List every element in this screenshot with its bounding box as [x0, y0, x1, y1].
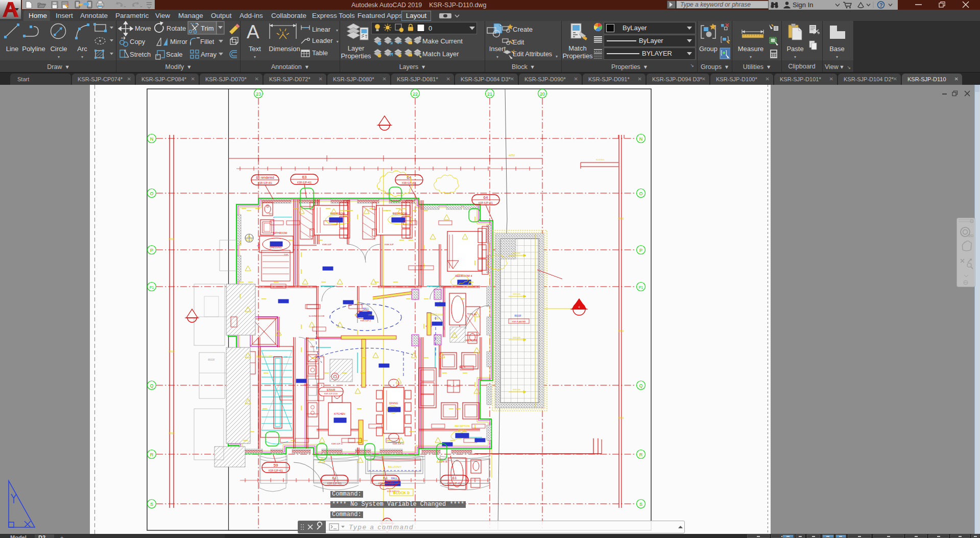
svg-text:3800: 3800 — [618, 217, 624, 220]
svg-text:Q: Q — [150, 383, 153, 388]
svg-text:DRESSING: DRESSING — [270, 246, 282, 249]
svg-text:Type a command: Type a command — [349, 523, 414, 531]
svg-text:FIREMAN LIFT: FIREMAN LIFT — [257, 356, 273, 358]
svg-text:TABLE: TABLE — [459, 366, 466, 368]
svg-text:BALCONY: BALCONY — [388, 465, 402, 469]
svg-text:KSR-SJP-401: KSR-SJP-401 — [402, 182, 417, 184]
svg-text:64 rendered: 64 rendered — [256, 176, 274, 179]
svg-text:R: R — [639, 452, 643, 457]
svg-text:ROOM: ROOM — [458, 429, 466, 432]
svg-text:BLOCK D: BLOCK D — [393, 491, 410, 495]
svg-text:ROOF: ROOF — [208, 359, 215, 361]
svg-text:4: 4 — [579, 306, 580, 309]
svg-text:HALL: HALL — [391, 477, 398, 480]
svg-text:21: 21 — [487, 91, 492, 97]
svg-text:S: S — [639, 502, 642, 507]
svg-text:HALL: HALL — [363, 307, 369, 310]
svg-text:KSR-SJP-D500: KSR-SJP-D500 — [324, 393, 338, 395]
svg-text:SLIDING: SLIDING — [596, 158, 604, 161]
svg-text:3800: 3800 — [618, 330, 624, 333]
svg-text:22: 22 — [413, 91, 418, 97]
svg-text:KSR-PLANTER: KSR-PLANTER — [512, 321, 526, 323]
svg-text:SLIDING DOOR: SLIDING DOOR — [309, 315, 324, 317]
svg-text:KSR-DEL: KSR-DEL — [513, 293, 521, 295]
svg-text:?: ? — [879, 2, 882, 8]
svg-text:RECEPTION: RECEPTION — [455, 425, 470, 428]
svg-text:20: 20 — [540, 91, 545, 97]
svg-text:59: 59 — [274, 463, 278, 467]
svg-text:64: 64 — [484, 195, 488, 200]
svg-text:KSR-DEL: KSR-DEL — [513, 389, 521, 391]
svg-text:ROOF: ROOF — [515, 315, 521, 317]
svg-text:3800: 3800 — [618, 416, 624, 419]
svg-text:3800: 3800 — [169, 350, 174, 353]
svg-text:KSR-SJP-D: KSR-SJP-D — [393, 442, 404, 445]
svg-text:P1: P1 — [150, 286, 154, 289]
svg-text:WC: WC — [269, 213, 273, 215]
svg-text:Q: Q — [639, 383, 642, 388]
svg-text:0: 0 — [428, 25, 432, 32]
svg-text:KSR-DEL: KSR-DEL — [513, 252, 521, 254]
svg-text:KSR-SJP-D: KSR-SJP-D — [331, 442, 343, 445]
svg-text:KSR-SJP-401: KSR-SJP-401 — [269, 470, 283, 472]
svg-text:O: O — [639, 191, 642, 196]
svg-text:STAIR: STAIR — [326, 388, 336, 391]
svg-text:4050: 4050 — [509, 154, 515, 157]
svg-text:KSR-DEL: KSR-DEL — [513, 337, 521, 339]
svg-text:P1: P1 — [639, 286, 643, 289]
svg-text:N: N — [150, 136, 154, 142]
svg-text:KSR-SJP-2: KSR-SJP-2 — [361, 319, 371, 322]
svg-text:S: S — [150, 502, 153, 507]
svg-text:R: R — [150, 452, 154, 457]
svg-text:61: 61 — [452, 476, 457, 480]
svg-text:23: 23 — [256, 91, 261, 97]
svg-text:KSR-SJP: KSR-SJP — [322, 243, 331, 246]
svg-text:P: P — [150, 248, 153, 253]
svg-text:N: N — [639, 136, 643, 142]
svg-text:63: 63 — [302, 175, 307, 179]
svg-text:3800: 3800 — [169, 238, 174, 241]
svg-text:KSR-SJP-401: KSR-SJP-401 — [297, 181, 312, 184]
svg-text:KSR-SJP-401: KSR-SJP-401 — [479, 202, 493, 204]
svg-text:KSR-SJP-401: KSR-SJP-401 — [258, 182, 273, 184]
svg-text:2D: 2D — [968, 233, 973, 238]
svg-text:KITCHEN: KITCHEN — [334, 412, 345, 415]
svg-text:P: P — [639, 248, 642, 253]
svg-text:BATHROOM: BATHROOM — [273, 231, 288, 235]
svg-text:KSR-SJP: KSR-SJP — [385, 243, 394, 246]
svg-text:DINING: DINING — [389, 402, 398, 405]
svg-text:O: O — [150, 191, 153, 196]
svg-text:61: 61 — [384, 476, 388, 480]
svg-text:3800: 3800 — [169, 432, 174, 435]
svg-text:61: 61 — [332, 476, 337, 480]
svg-text:Sign In: Sign In — [793, 1, 813, 9]
